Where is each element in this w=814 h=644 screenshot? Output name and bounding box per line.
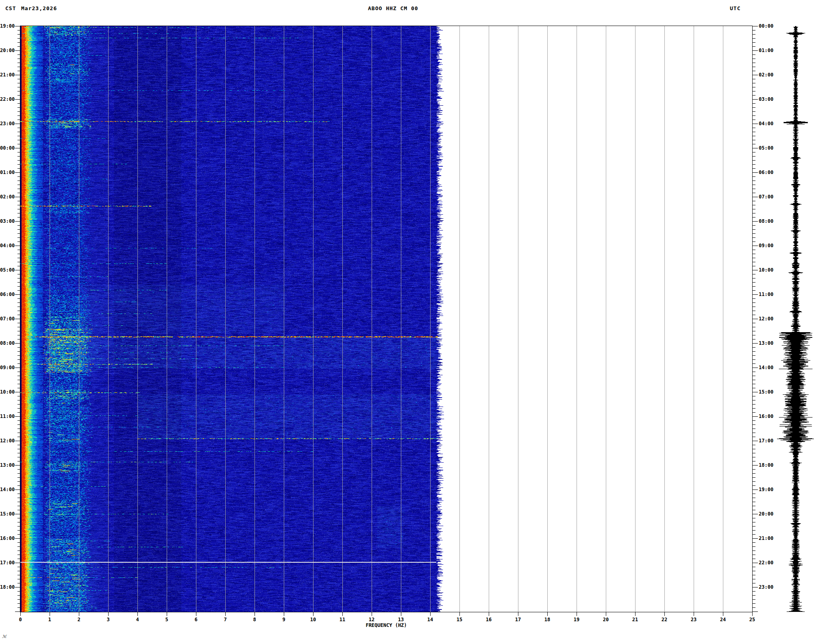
right-axis-tick [753, 115, 755, 116]
right-axis-tick [753, 591, 755, 592]
left-axis-tick [17, 205, 20, 205]
left-axis-tick [17, 359, 20, 360]
right-axis-tick [753, 160, 755, 161]
frequency-axis-label: 6 [189, 617, 203, 622]
frequency-axis-label: 8 [247, 617, 262, 622]
right-axis-tick [753, 152, 755, 152]
left-axis-tick [15, 392, 20, 392]
left-axis-tick [17, 189, 20, 189]
left-axis-tick [17, 522, 20, 522]
left-axis-hour-label: 19:00 [0, 23, 15, 29]
frequency-axis-tick [489, 612, 489, 616]
right-axis-tick [753, 67, 755, 67]
left-axis-tick [17, 115, 20, 116]
frequency-axis-label: 23 [686, 617, 701, 622]
left-axis-tick [17, 315, 20, 315]
right-axis-tick [753, 567, 755, 567]
left-axis-tick [17, 164, 20, 165]
frequency-axis-label: 19 [569, 617, 584, 622]
left-axis-hour-label: 13:00 [0, 462, 15, 468]
right-axis-tick [753, 302, 755, 303]
left-axis-tick [17, 46, 20, 47]
left-axis-tick [17, 95, 20, 96]
left-axis-tick [17, 404, 20, 405]
right-axis-tick [753, 197, 758, 197]
frequency-axis-label: 1 [42, 617, 57, 622]
right-axis-tick [753, 331, 755, 331]
left-axis-tick [17, 575, 20, 575]
right-axis-tick [753, 156, 755, 157]
right-axis-tick [753, 465, 758, 466]
right-axis-tick [753, 441, 758, 441]
frequency-axis-label: 17 [511, 617, 525, 622]
left-axis-hour-label: 18:00 [0, 584, 15, 590]
right-axis-tick [753, 327, 755, 327]
left-axis-tick [17, 140, 20, 140]
left-axis-tick [17, 250, 20, 250]
left-axis-tick [15, 246, 20, 246]
right-axis-tick [753, 83, 755, 83]
left-axis-tick [17, 59, 20, 59]
right-axis-tick [753, 282, 755, 283]
left-axis-tick [15, 294, 20, 295]
right-axis-tick [753, 71, 755, 71]
left-axis-tick [17, 237, 20, 238]
right-axis-tick [753, 181, 755, 181]
right-axis-tick [753, 254, 755, 254]
frequency-axis-tick [342, 612, 343, 616]
right-axis-tick [753, 376, 755, 376]
right-axis-tick [753, 388, 755, 388]
left-axis-hour-label: 22:00 [0, 96, 15, 102]
left-axis-tick [15, 416, 20, 417]
frequency-axis-tick [255, 612, 255, 616]
left-axis-tick [17, 176, 20, 177]
date-label: Mar23,2026 [21, 5, 57, 11]
left-axis-tick [17, 453, 20, 453]
left-axis-tick [17, 599, 20, 600]
left-axis-tick [17, 87, 20, 87]
frequency-axis-label: 21 [628, 617, 642, 622]
left-axis-tick [17, 477, 20, 478]
right-axis-tick [753, 95, 755, 96]
right-axis-tick [753, 522, 755, 522]
right-axis-tick [753, 384, 755, 384]
right-axis-tick [753, 168, 755, 169]
left-axis-tick [17, 327, 20, 327]
frequency-axis-tick [79, 612, 79, 616]
right-axis-tick [753, 140, 755, 140]
left-axis-hour-label: 06:00 [0, 292, 15, 297]
right-axis-tick [753, 392, 758, 392]
right-axis-tick [753, 611, 758, 612]
right-axis-tick [753, 534, 755, 535]
right-axis-tick [753, 262, 755, 262]
left-axis-tick [15, 197, 20, 197]
left-axis-tick [17, 595, 20, 596]
right-axis-tick [753, 258, 755, 258]
left-axis-tick [17, 571, 20, 571]
left-axis-tick [15, 270, 20, 270]
left-axis-tick [17, 384, 20, 384]
right-axis-tick [753, 213, 755, 213]
frequency-axis-tick [664, 612, 665, 616]
right-axis-tick [753, 290, 755, 291]
left-axis-tick [17, 542, 20, 543]
left-axis-hour-label: 16:00 [0, 535, 15, 541]
right-axis-tick [753, 368, 758, 368]
left-axis-tick [17, 351, 20, 352]
left-axis-hour-label: 12:00 [0, 438, 15, 444]
right-axis-tick [753, 103, 755, 104]
right-axis-tick [753, 164, 755, 165]
frequency-axis-label: 10 [306, 617, 320, 622]
left-axis-tick [17, 559, 20, 559]
right-axis-tick [753, 518, 755, 518]
left-axis-tick [17, 107, 20, 108]
frequency-axis-tick [635, 612, 636, 616]
left-axis-tick [15, 514, 20, 514]
frequency-axis-label: 7 [218, 617, 233, 622]
right-axis-tick [753, 75, 758, 75]
left-axis-tick [17, 607, 20, 608]
right-axis-tick [753, 128, 755, 128]
right-axis-tick [753, 449, 755, 449]
right-axis-tick [753, 79, 755, 79]
right-axis-tick [753, 579, 755, 579]
